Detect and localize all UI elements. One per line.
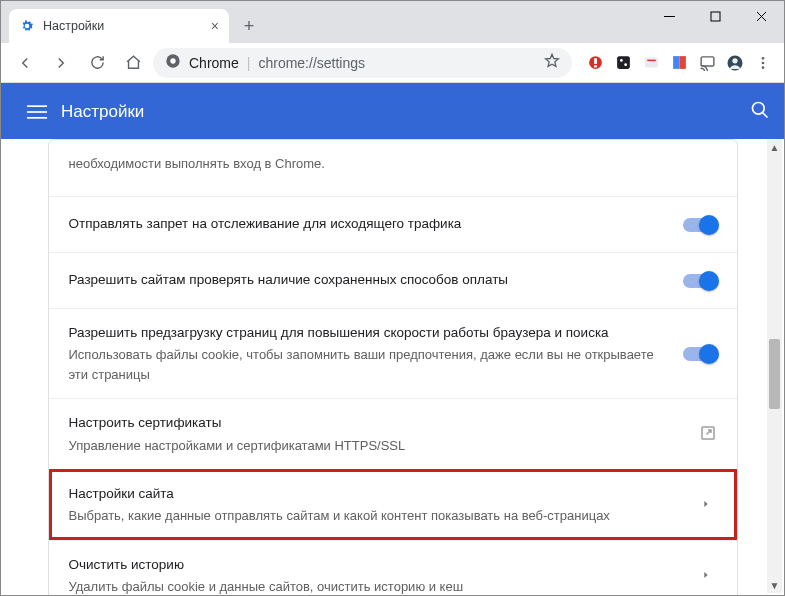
url-host: Chrome <box>189 55 239 71</box>
chevron-right-icon <box>701 497 717 512</box>
browser-tab[interactable]: Настройки × <box>9 9 229 43</box>
address-bar[interactable]: Chrome | chrome://settings <box>153 48 572 78</box>
row-clear-browsing-data[interactable]: Очистить историю Удалить файлы cookie и … <box>49 540 737 595</box>
reload-button[interactable] <box>81 47 113 79</box>
svg-rect-4 <box>594 58 597 64</box>
svg-rect-20 <box>27 111 47 113</box>
svg-rect-21 <box>27 117 47 119</box>
svg-point-15 <box>732 58 737 63</box>
svg-rect-9 <box>645 58 658 68</box>
svg-rect-12 <box>679 56 685 69</box>
row-label: Очистить историю <box>69 555 689 575</box>
browser-toolbar: Chrome | chrome://settings <box>1 43 784 83</box>
extension-icon-2[interactable] <box>610 50 636 76</box>
scroll-up-arrow[interactable]: ▲ <box>767 139 782 155</box>
row-sub: Управление настройками и сертификатами H… <box>69 436 687 456</box>
svg-point-7 <box>619 59 622 62</box>
extension-icon-4[interactable] <box>666 50 692 76</box>
close-window-button[interactable] <box>738 1 784 31</box>
chevron-right-icon <box>701 568 717 583</box>
gear-icon <box>19 18 35 34</box>
hamburger-menu-button[interactable] <box>17 102 57 122</box>
svg-point-16 <box>762 57 765 60</box>
forward-button[interactable] <box>45 47 77 79</box>
row-label: Настроить сертификаты <box>69 413 687 433</box>
svg-point-17 <box>762 61 765 64</box>
svg-rect-19 <box>27 105 47 107</box>
row-sync-truncated: необходимости выполнять вход в Chrome. <box>49 140 737 196</box>
toggle-preload[interactable] <box>683 347 717 361</box>
back-button[interactable] <box>9 47 41 79</box>
toggle-do-not-track[interactable] <box>683 218 717 232</box>
svg-rect-13 <box>701 57 714 66</box>
scroll-down-arrow[interactable]: ▼ <box>767 577 782 593</box>
row-label: Настройки сайта <box>69 484 689 504</box>
external-link-icon <box>699 424 717 445</box>
svg-point-2 <box>170 58 175 63</box>
svg-point-8 <box>624 63 627 66</box>
menu-icon[interactable] <box>750 50 776 76</box>
window-titlebar: Настройки × + <box>1 1 784 43</box>
row-sub: Использовать файлы cookie, чтобы запомни… <box>69 345 671 384</box>
privacy-card: необходимости выполнять вход в Chrome. О… <box>48 139 738 595</box>
svg-point-18 <box>762 66 765 69</box>
svg-rect-5 <box>594 65 597 67</box>
row-label: Разрешить предзагрузку страниц для повыш… <box>69 323 671 343</box>
row-payment-methods[interactable]: Разрешить сайтам проверять наличие сохра… <box>49 252 737 308</box>
row-manage-certificates[interactable]: Настроить сертификаты Управление настрой… <box>49 398 737 469</box>
row-sub: необходимости выполнять вход в Chrome. <box>69 154 717 174</box>
svg-rect-0 <box>711 12 720 21</box>
settings-header: Настройки <box>1 83 784 139</box>
minimize-button[interactable] <box>646 1 692 31</box>
row-preload-pages[interactable]: Разрешить предзагрузку страниц для повыш… <box>49 308 737 398</box>
window-controls <box>646 1 784 31</box>
maximize-button[interactable] <box>692 1 738 31</box>
svg-rect-11 <box>673 56 679 69</box>
content-area: необходимости выполнять вход в Chrome. О… <box>1 139 784 595</box>
close-tab-icon[interactable]: × <box>211 19 219 33</box>
row-site-settings[interactable]: Настройки сайта Выбрать, какие данные от… <box>49 469 737 540</box>
search-button[interactable] <box>750 100 770 123</box>
row-do-not-track[interactable]: Отправлять запрет на отслеживание для ис… <box>49 196 737 252</box>
profile-icon[interactable] <box>722 50 748 76</box>
cast-icon[interactable] <box>694 50 720 76</box>
extension-icon-3[interactable] <box>638 50 664 76</box>
tab-title: Настройки <box>43 19 104 33</box>
row-label: Разрешить сайтам проверять наличие сохра… <box>69 270 671 290</box>
row-sub: Удалить файлы cookie и данные сайтов, оч… <box>69 577 689 595</box>
extension-icons <box>582 50 776 76</box>
star-icon[interactable] <box>544 53 560 72</box>
extension-icon-1[interactable] <box>582 50 608 76</box>
scroll-thumb[interactable] <box>769 339 780 409</box>
toggle-payment-methods[interactable] <box>683 274 717 288</box>
row-label: Отправлять запрет на отслеживание для ис… <box>69 214 671 234</box>
page-title: Настройки <box>61 102 144 122</box>
svg-point-22 <box>753 103 765 115</box>
row-sub: Выбрать, какие данные отправлять сайтам … <box>69 506 689 526</box>
home-button[interactable] <box>117 47 149 79</box>
page-scrollbar[interactable]: ▲ ▼ <box>767 139 782 593</box>
url-path: chrome://settings <box>258 55 365 71</box>
svg-rect-10 <box>647 60 656 61</box>
new-tab-button[interactable]: + <box>235 12 263 40</box>
chrome-icon <box>165 53 181 72</box>
svg-rect-6 <box>617 56 630 69</box>
